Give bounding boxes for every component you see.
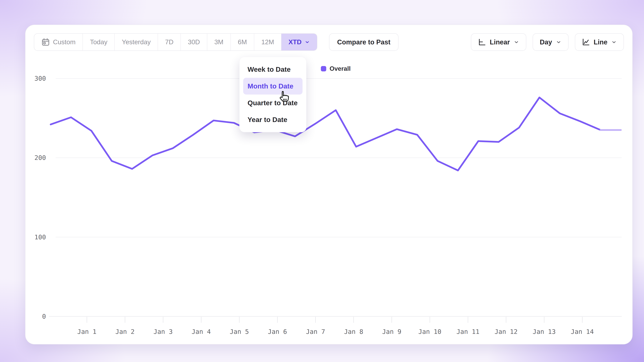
x-axis-label: Jan 6 bbox=[268, 328, 287, 335]
chart-legend: Overall bbox=[321, 65, 350, 72]
legend-label-overall: Overall bbox=[330, 65, 350, 72]
x-axis-label: Jan 2 bbox=[116, 328, 134, 335]
dropdown-item-month-to-date[interactable]: Month to Date bbox=[243, 78, 302, 94]
x-axis-label: Jan 5 bbox=[230, 328, 249, 335]
dashboard-card: CustomTodayYesterday7D30D3M6M12MXTD Comp… bbox=[25, 25, 632, 345]
y-axis-label-200: 200 bbox=[34, 154, 46, 161]
x-axis-label: Jan 10 bbox=[418, 328, 441, 335]
x-axis-label: Jan 1 bbox=[77, 328, 96, 335]
dropdown-item-year-to-date[interactable]: Year to Date bbox=[243, 111, 302, 128]
y-axis-label-0: 0 bbox=[42, 313, 46, 320]
dropdown-item-quarter-to-date[interactable]: Quarter to Date bbox=[243, 94, 302, 111]
x-axis-label: Jan 4 bbox=[192, 328, 211, 335]
pointer-cursor bbox=[276, 90, 291, 105]
x-axis-label: Jan 13 bbox=[533, 328, 556, 335]
x-axis-label: Jan 12 bbox=[494, 328, 518, 335]
xtd-dropdown-menu: Week to DateMonth to DateQuarter to Date… bbox=[239, 57, 306, 132]
x-axis-label: Jan 8 bbox=[344, 328, 363, 335]
x-axis-label: Jan 14 bbox=[571, 328, 594, 335]
x-axis-label: Jan 11 bbox=[456, 328, 480, 335]
x-axis-label: Jan 3 bbox=[154, 328, 172, 335]
x-axis-label: Jan 9 bbox=[382, 328, 401, 335]
series-line-overall bbox=[51, 97, 600, 171]
y-axis-label-300: 300 bbox=[34, 75, 46, 82]
x-axis-label: Jan 7 bbox=[306, 328, 325, 335]
dropdown-item-week-to-date[interactable]: Week to Date bbox=[243, 61, 302, 78]
legend-swatch-overall bbox=[321, 66, 326, 71]
y-axis-label-100: 100 bbox=[34, 233, 46, 241]
page: { "toolbar": { "ranges": [ {"label": "Cu… bbox=[0, 0, 644, 362]
line-chart: 0100200300Jan 1Jan 2Jan 3Jan 4Jan 5Jan 6… bbox=[26, 25, 633, 345]
